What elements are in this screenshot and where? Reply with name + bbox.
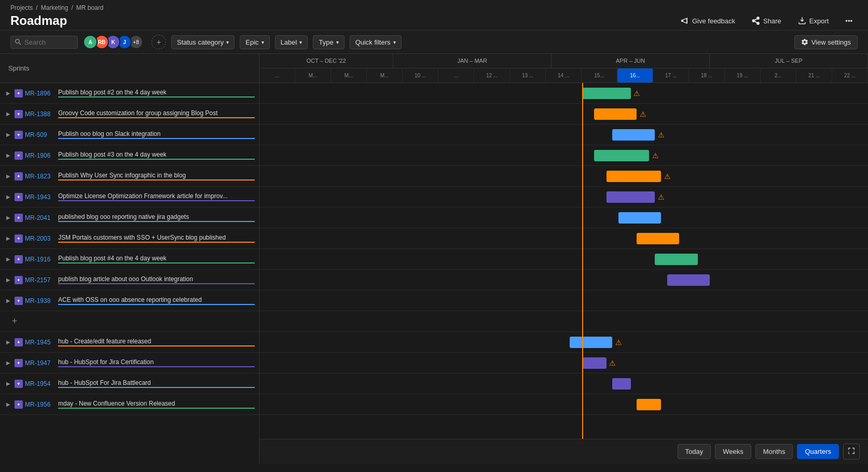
issue-icon: ✦ — [15, 338, 23, 346]
gantt-bar[interactable] — [607, 171, 662, 182]
gantt-bar[interactable] — [594, 150, 649, 161]
timeline-sprint[interactable]: 16... — [617, 68, 653, 82]
gantt-row[interactable]: ▶ ✦ MR-1823 Publish Why User Sync infogr… — [0, 166, 259, 187]
avatar-1[interactable]: A — [83, 35, 98, 49]
issue-id[interactable]: MR-2041 — [25, 214, 56, 221]
today-button[interactable]: Today — [678, 444, 711, 459]
gantt-row[interactable]: ▶ ✦ MR-2157 publish blog article about o… — [0, 270, 259, 290]
expand-icon[interactable]: ▶ — [4, 255, 12, 263]
breadcrumb-board[interactable]: MR board — [76, 4, 104, 11]
issue-id[interactable]: MR-2003 — [25, 235, 56, 242]
type-filter[interactable]: Type ▾ — [313, 35, 344, 49]
share-button[interactable]: Share — [747, 13, 787, 28]
expand-icon[interactable]: ▶ — [4, 297, 12, 305]
timeline-sprint[interactable]: 13 ... — [510, 68, 546, 82]
gantt-row[interactable]: ▶ ✦ MR-1945 hub - Create/edit feature re… — [0, 332, 259, 353]
timeline-sprint[interactable]: 19 ... — [725, 68, 761, 82]
issue-id[interactable]: MR-1896 — [25, 90, 56, 97]
gantt-row[interactable]: ▶ ✦ MR-1906 Publish blog post #3 on the … — [0, 145, 259, 166]
view-settings-button[interactable]: View settings — [794, 35, 858, 49]
add-people-button[interactable]: + — [151, 35, 166, 49]
expand-icon[interactable]: ▶ — [4, 359, 12, 367]
fullscreen-button[interactable] — [843, 443, 860, 460]
breadcrumb-marketing[interactable]: Marketing — [41, 4, 68, 11]
timeline-sprint[interactable]: M... — [367, 68, 403, 82]
gantt-bar[interactable] — [570, 337, 612, 348]
issue-id[interactable]: MR-1938 — [25, 297, 56, 304]
gantt-row[interactable]: ▶ ✦ MR-1947 hub - HubSpot for Jira Certi… — [0, 353, 259, 373]
quick-filters-button[interactable]: Quick filters ▾ — [350, 35, 402, 49]
add-child-button[interactable]: + — [8, 315, 21, 328]
timeline-sprint[interactable]: 21 ... — [796, 68, 832, 82]
gantt-row[interactable]: ▶ ✦ MR-1896 Publish blog post #2 on the … — [0, 83, 259, 104]
expand-icon[interactable]: ▶ — [4, 276, 12, 284]
timeline-sprint[interactable]: 10 ... — [403, 68, 438, 82]
epic-filter[interactable]: Epic ▾ — [240, 35, 269, 49]
issue-id[interactable]: MR-1823 — [25, 173, 56, 180]
expand-icon[interactable]: ▶ — [4, 380, 12, 388]
gantt-row[interactable]: ▶ ✦ MR-1954 hub - HubSpot For Jira Battl… — [0, 373, 259, 394]
expand-icon[interactable]: ▶ — [4, 338, 12, 346]
gantt-row[interactable]: ▶ ✦ MR-2003 JSM Portals customers with S… — [0, 228, 259, 249]
gantt-bar[interactable] — [594, 108, 637, 120]
label-filter[interactable]: Label ▾ — [275, 35, 308, 49]
issue-id[interactable]: MR-1943 — [25, 193, 56, 201]
gantt-bar[interactable] — [607, 191, 655, 203]
timeline-sprint[interactable]: 12 ... — [474, 68, 510, 82]
expand-icon[interactable]: ▶ — [4, 400, 12, 409]
gantt-bar[interactable] — [582, 357, 607, 369]
timeline-sprint[interactable]: 14 ... — [546, 68, 582, 82]
gantt-row[interactable]: ▶ ✦ MR-1938 ACE with OSS on ooo absence … — [0, 290, 259, 311]
give-feedback-button[interactable]: Give feedback — [676, 13, 740, 28]
timeline-sprint[interactable]: M... — [331, 68, 367, 82]
timeline-sprint[interactable]: ... — [438, 68, 474, 82]
gantt-bar[interactable] — [618, 212, 661, 224]
expand-icon[interactable]: ▶ — [4, 89, 12, 98]
quarters-button[interactable]: Quarters — [797, 444, 839, 459]
gantt-row[interactable]: ▶ ✦ MR-2041 published blog ooo reporting… — [0, 207, 259, 228]
gantt-bar[interactable] — [637, 399, 661, 410]
weeks-button[interactable]: Weeks — [715, 444, 751, 459]
expand-icon[interactable]: ▶ — [4, 110, 12, 118]
issue-id[interactable]: MR-1916 — [25, 256, 56, 263]
breadcrumb-projects[interactable]: Projects — [10, 4, 33, 11]
issue-id[interactable]: MR-1954 — [25, 380, 56, 387]
issue-id[interactable]: MR-509 — [25, 131, 56, 138]
issue-id[interactable]: MR-2157 — [25, 276, 56, 284]
timeline-sprint[interactable]: 17 ... — [653, 68, 689, 82]
expand-icon[interactable]: ▶ — [4, 234, 12, 243]
expand-icon[interactable]: ▶ — [4, 172, 12, 181]
issue-id[interactable]: MR-1388 — [25, 110, 56, 118]
gantt-bar[interactable] — [612, 378, 630, 390]
gantt-bar[interactable] — [655, 254, 697, 265]
issue-id[interactable]: MR-1947 — [25, 359, 56, 367]
timeline-sprint[interactable]: 18 ... — [689, 68, 725, 82]
gantt-row[interactable]: ▶ ✦ MR-1388 Groovy Code customization fo… — [0, 104, 259, 124]
status-category-filter[interactable]: Status category ▾ — [171, 35, 235, 49]
issue-id[interactable]: MR-1945 — [25, 339, 56, 346]
issue-id[interactable]: MR-1956 — [25, 401, 56, 408]
expand-icon[interactable]: ▶ — [4, 193, 12, 201]
search-box[interactable] — [10, 36, 78, 49]
issue-id[interactable]: MR-1906 — [25, 152, 56, 159]
export-button[interactable]: Export — [793, 13, 834, 28]
gantt-row[interactable]: ▶ ✦ MR-1916 Publish blog post #4 on the … — [0, 249, 259, 270]
gantt-row[interactable]: ▶ ✦ MR-1943 Optimize License Optimizatio… — [0, 187, 259, 207]
months-button[interactable]: Months — [755, 444, 793, 459]
more-options-button[interactable]: ••• — [840, 14, 858, 28]
timeline-sprint[interactable]: ... — [259, 68, 295, 82]
search-input[interactable] — [24, 38, 71, 46]
gantt-bar[interactable] — [582, 88, 631, 99]
timeline-sprint[interactable]: 15... — [582, 68, 617, 82]
gantt-row[interactable]: ▶ ✦ MR-1956 mday - New Confluence Versio… — [0, 394, 259, 415]
expand-icon[interactable]: ▶ — [4, 131, 12, 139]
timeline-sprint[interactable]: M... — [295, 68, 331, 82]
expand-icon[interactable]: ▶ — [4, 214, 12, 222]
expand-icon[interactable]: ▶ — [4, 151, 12, 160]
timeline-sprint[interactable]: 22 ... — [832, 68, 868, 82]
timeline-sprint[interactable]: 2... — [761, 68, 796, 82]
gantt-bar[interactable] — [667, 274, 710, 286]
gantt-row[interactable]: ▶ ✦ MR-509 Publish ooo blog on Slack int… — [0, 124, 259, 145]
gantt-bar[interactable] — [612, 129, 655, 141]
gantt-bar[interactable] — [637, 233, 679, 244]
